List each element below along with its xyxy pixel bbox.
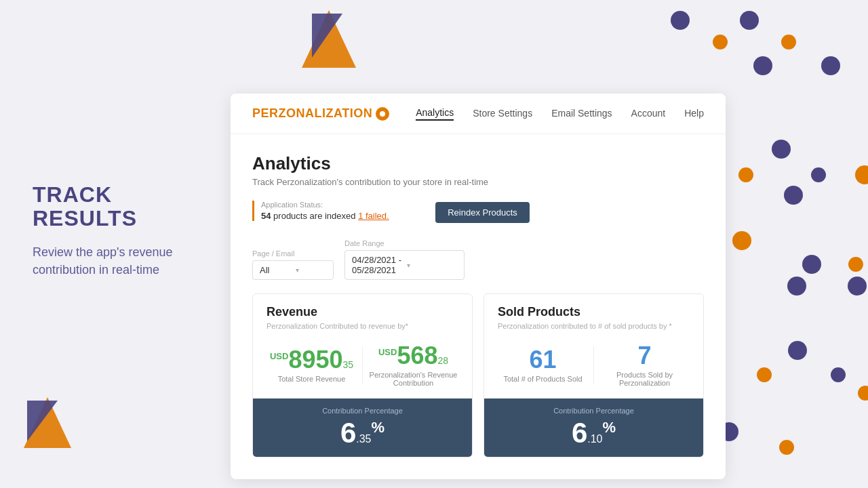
- perzon-sold-value: 7: [637, 344, 651, 368]
- perzon-revenue-label: Perzonalization's Revenue Contribution: [368, 371, 458, 387]
- revenue-contribution-footer: Contribution Percentage 6.35%: [253, 399, 472, 457]
- navbar: PERZONALIZATION Analytics Store Settings…: [231, 94, 726, 134]
- left-body: Review the app's revenue contribution in…: [33, 244, 222, 278]
- page-email-filter: Page / Email All ▾: [252, 249, 334, 280]
- app-window: PERZONALIZATION Analytics Store Settings…: [231, 94, 726, 479]
- date-range-value: 04/28/2021 - 05/28/2021: [352, 255, 401, 275]
- nav-link-help[interactable]: Help: [684, 108, 704, 120]
- decorative-dot-2: [713, 35, 728, 49]
- revenue-contribution-label: Contribution Percentage: [267, 407, 458, 415]
- page-content: Analytics Track Perzonalization's contri…: [231, 134, 726, 479]
- decorative-dot-4: [753, 56, 772, 75]
- status-box: Application Status: 54 products are inde…: [252, 201, 425, 221]
- nav-link-store-settings[interactable]: Store Settings: [473, 108, 532, 120]
- sold-card-subtitle: Perzonalization contributed to # of sold…: [484, 322, 703, 338]
- total-sold-metric: 61 Total # of Products Sold: [498, 344, 588, 387]
- sold-card: Sold Products Perzonalization contribute…: [484, 293, 704, 458]
- perzon-revenue-cents: 28: [437, 355, 448, 366]
- top-logo-decoration: [298, 7, 359, 77]
- left-panel: TRACK RESULTS Review the app's revenue c…: [33, 183, 222, 279]
- decorative-dot-13: [848, 257, 863, 272]
- decorative-dot-7: [738, 167, 753, 182]
- revenue-contribution-value: 6.35%: [267, 419, 458, 447]
- total-revenue-label: Total Store Revenue: [278, 375, 346, 383]
- decorative-dot-15: [848, 277, 867, 296]
- sold-contribution-decimal: .10: [587, 433, 602, 445]
- perzon-revenue-value: USD56828: [378, 344, 448, 368]
- perzon-sold-label: Products Sold by Perzonalization: [599, 371, 690, 387]
- sold-contribution-footer: Contribution Percentage 6.10%: [484, 399, 703, 457]
- perzon-revenue-currency: USD: [378, 347, 397, 357]
- filters-row: Page / Email All ▾ Date Range 04/28/2021…: [252, 239, 704, 280]
- perzon-revenue-metric: USD56828 Perzonalization's Revenue Contr…: [368, 344, 458, 387]
- total-revenue-main: 8950: [288, 346, 342, 373]
- decorative-dot-5: [821, 56, 840, 75]
- perzon-revenue-main: 568: [397, 342, 437, 369]
- revenue-card: Revenue Perzonalization Contributed to r…: [252, 293, 473, 458]
- decorative-dot-19: [858, 386, 868, 401]
- reindex-button[interactable]: Reindex Products: [435, 202, 530, 223]
- sold-contribution-label: Contribution Percentage: [498, 407, 690, 415]
- decorative-dot-8: [811, 167, 826, 182]
- page-email-value: All: [260, 265, 290, 275]
- page-email-label: Page / Email: [252, 249, 334, 258]
- decorative-dot-14: [787, 277, 806, 296]
- page-subtitle: Track Perzonalization's contribution to …: [252, 177, 704, 187]
- total-revenue-metric: USD895035 Total Store Revenue: [267, 344, 357, 387]
- decorative-dot-23: [779, 440, 794, 455]
- decorative-dot-18: [831, 367, 846, 382]
- logo-icon: [376, 107, 389, 121]
- nav-link-account[interactable]: Account: [631, 108, 666, 120]
- revenue-metrics: USD895035 Total Store Revenue USD56828 P…: [253, 338, 472, 399]
- decorative-dot-12: [802, 255, 821, 274]
- sold-contribution-symbol: %: [603, 419, 616, 436]
- decorative-dot-1: [740, 11, 759, 30]
- decorative-dot-10: [784, 186, 803, 205]
- revenue-card-subtitle: Perzonalization Contributed to revenue b…: [253, 322, 472, 338]
- sold-metrics: 61 Total # of Products Sold 7 Products S…: [484, 338, 703, 399]
- revenue-contribution-symbol: %: [372, 419, 385, 436]
- left-heading: TRACK RESULTS: [33, 183, 222, 230]
- chevron-down-icon: ▾: [296, 266, 326, 274]
- date-range-label: Date Range: [344, 239, 465, 247]
- metric-divider-2: [593, 346, 594, 384]
- status-text: 54 products are indexed 1 failed.: [261, 211, 425, 221]
- indexed-count: 54: [261, 211, 271, 221]
- revenue-contribution-main: 6: [340, 417, 356, 449]
- nav-link-email-settings[interactable]: Email Settings: [551, 108, 612, 120]
- decorative-dot-0: [671, 11, 690, 30]
- total-sold-label: Total # of Products Sold: [503, 375, 582, 383]
- metric-divider: [362, 346, 363, 384]
- decorative-dot-11: [732, 231, 751, 250]
- sold-contribution-value: 6.10%: [498, 419, 690, 447]
- indexed-text: products are indexed: [273, 211, 355, 221]
- total-revenue-currency: USD: [270, 351, 288, 361]
- sold-card-title: Sold Products: [484, 294, 703, 322]
- total-revenue-value: USD895035: [270, 348, 353, 372]
- sold-contribution-main: 6: [572, 417, 587, 449]
- status-label: Application Status:: [261, 201, 425, 209]
- decorative-dot-17: [757, 367, 772, 382]
- chevron-down-icon-2: ▾: [407, 262, 456, 269]
- total-sold-value: 61: [529, 348, 556, 372]
- page-email-select[interactable]: All ▾: [252, 260, 334, 280]
- decorative-dot-9: [855, 165, 868, 184]
- page-title: Analytics: [252, 153, 704, 174]
- nav-links: Analytics Store Settings Email Settings …: [416, 107, 704, 121]
- decorative-dot-16: [788, 341, 807, 360]
- bottom-left-logo: [20, 394, 75, 454]
- total-revenue-cents: 35: [342, 359, 353, 370]
- revenue-card-title: Revenue: [253, 294, 472, 322]
- revenue-contribution-decimal: .35: [356, 433, 371, 445]
- failed-link[interactable]: 1 failed.: [358, 211, 389, 221]
- decorative-dot-3: [781, 35, 796, 49]
- date-range-filter: Date Range 04/28/2021 - 05/28/2021 ▾: [344, 239, 465, 280]
- perzon-sold-metric: 7 Products Sold by Perzonalization: [599, 344, 690, 387]
- nav-logo: PERZONALIZATION: [252, 106, 389, 121]
- status-bar: Application Status: 54 products are inde…: [252, 201, 704, 223]
- nav-link-analytics[interactable]: Analytics: [416, 107, 454, 121]
- decorative-dot-6: [772, 140, 791, 159]
- cards-row: Revenue Perzonalization Contributed to r…: [252, 293, 704, 458]
- date-range-select[interactable]: 04/28/2021 - 05/28/2021 ▾: [344, 250, 465, 280]
